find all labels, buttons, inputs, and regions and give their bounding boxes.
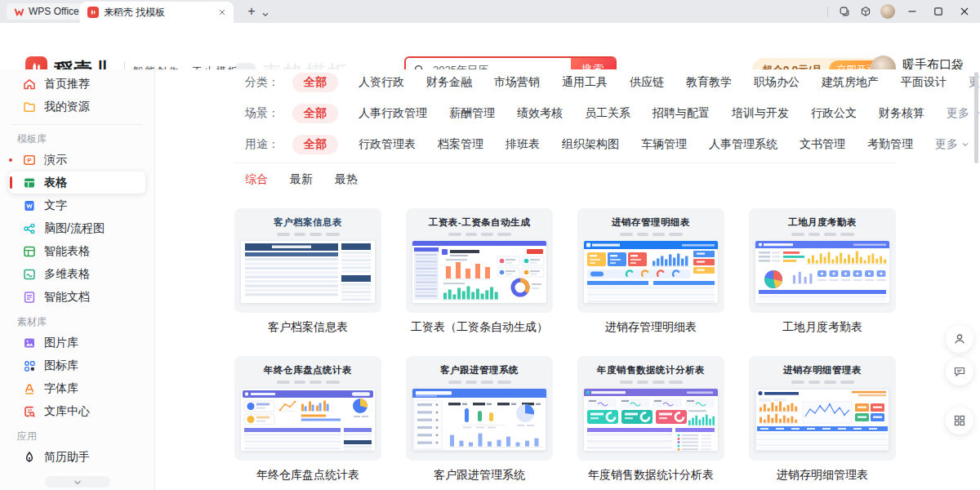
tag-text-bar: [310, 233, 322, 236]
sidebar-item[interactable]: P演示: [9, 149, 145, 171]
new-tab-button[interactable]: +: [243, 3, 260, 20]
sidebar-item-label: 字体库: [44, 381, 78, 396]
close-window-button[interactable]: [952, 0, 977, 23]
tag-text-bar: [448, 233, 461, 236]
filter-option[interactable]: 人事行政管理: [359, 106, 427, 121]
filter-option[interactable]: 行政公文: [811, 106, 857, 121]
filter-option-selected[interactable]: 全部: [292, 135, 338, 154]
filter-option[interactable]: 组织架构图: [562, 137, 619, 152]
filter-option[interactable]: 教育教学: [686, 75, 732, 90]
template-card-caption: 进销存明细管理表: [749, 468, 896, 483]
sidebar-section-label: 素材库: [17, 315, 145, 329]
filter-more[interactable]: 更多: [935, 137, 969, 152]
filter-row: 用途：全部行政管理表档案管理排班表组织架构图车辆管理人事管理系统文书管理考勤管理…: [245, 133, 882, 156]
sidebar-collapse-button[interactable]: [45, 476, 110, 488]
tag-text-bar: [620, 381, 633, 384]
sort-tab[interactable]: 最新: [290, 172, 313, 187]
feedback-chat-float-button[interactable]: [946, 358, 973, 385]
filter-option[interactable]: 薪酬管理: [449, 106, 495, 121]
sidebar-item[interactable]: 简历助手: [9, 446, 145, 468]
filter-option[interactable]: 职场办公: [754, 75, 800, 90]
smart-doc-icon: [23, 291, 36, 304]
template-card[interactable]: 工地月度考勤表: [749, 208, 896, 313]
scrollbar-thumb[interactable]: [974, 72, 978, 163]
tab-bar: WPS Office 来稻壳 找模板 +: [0, 0, 980, 23]
filter-option[interactable]: 人事管理系统: [709, 137, 777, 152]
filter-option[interactable]: 档案管理: [438, 137, 483, 152]
tag-text-bar: [669, 381, 683, 384]
sidebar-divider: [11, 124, 143, 125]
filter-option[interactable]: 建筑房地产: [822, 75, 879, 90]
sidebar-item[interactable]: 智能表格: [9, 240, 145, 262]
filter-option[interactable]: 车辆管理: [641, 137, 687, 152]
multi-sheet-icon: [23, 268, 36, 281]
filter-option[interactable]: 市场营销: [494, 75, 540, 90]
sidebar-item[interactable]: 表格: [9, 172, 145, 194]
tab-docer[interactable]: 来稻壳 找模板: [80, 2, 234, 23]
tab-wps-office[interactable]: WPS Office: [7, 3, 87, 20]
minimize-button[interactable]: [900, 0, 924, 23]
filter-option[interactable]: 培训与开发: [732, 106, 789, 121]
svg-text:P: P: [27, 156, 31, 163]
tag-text-bar: [791, 381, 804, 384]
tab-wps-label: WPS Office: [29, 6, 79, 17]
sidebar-item-label: 脑图/流程图: [44, 221, 105, 236]
sidebar-item-label: 智能文档: [44, 290, 90, 305]
maximize-button[interactable]: [926, 0, 951, 23]
filter-option[interactable]: 通用工具: [562, 75, 608, 90]
mini-apps-grid-float-button[interactable]: [946, 407, 973, 434]
sidebar-item[interactable]: 智能文档: [9, 286, 145, 308]
sidebar-item[interactable]: 文字: [9, 194, 145, 216]
sidebar-item[interactable]: 脑图/流程图: [9, 217, 145, 239]
sidebar-item[interactable]: 图片库: [9, 332, 145, 354]
sidebar-item[interactable]: 我的资源: [9, 96, 145, 118]
sidebar-item[interactable]: 文库中心: [9, 400, 145, 422]
template-card-caption: 工地月度考勤表: [749, 320, 896, 335]
sidebar-item[interactable]: 首页推荐: [9, 73, 145, 95]
sidebar-item-label: 文库中心: [44, 404, 90, 419]
template-card[interactable]: 客户档案信息表: [234, 208, 381, 313]
tag-text-bar: [653, 381, 665, 384]
filter-option[interactable]: 供应链: [630, 75, 664, 90]
close-tab-icon[interactable]: [218, 8, 226, 16]
filter-option[interactable]: 行政管理表: [359, 137, 416, 152]
tag-text-bar: [277, 233, 290, 236]
sidebar-item-label: 演示: [44, 153, 67, 167]
template-card[interactable]: 进销存管理明细表: [577, 208, 724, 313]
sidebar-item[interactable]: 多维表格: [9, 263, 145, 285]
template-card[interactable]: 工资表-工资条自动生成: [406, 208, 553, 313]
filter-option[interactable]: 排班表: [506, 137, 540, 152]
filter-option[interactable]: 绩效考核: [517, 106, 563, 121]
sort-tab[interactable]: 综合: [245, 172, 268, 187]
template-card-title: 工资表-工资条自动生成: [406, 216, 553, 229]
tab-list-chevron-icon[interactable]: [261, 7, 270, 22]
filter-option[interactable]: 财务核算: [879, 106, 924, 121]
sidebar-item[interactable]: 字体库: [9, 377, 145, 399]
template-card[interactable]: 客户跟进管理系统: [406, 356, 553, 461]
tabbar-avatar[interactable]: [880, 4, 895, 19]
filter-option[interactable]: 考勤管理: [867, 137, 913, 152]
template-card[interactable]: 年终仓库盘点统计表: [234, 356, 381, 461]
apps-cube-icon[interactable]: [856, 2, 875, 21]
template-card-title: 进销存管理明细表: [577, 216, 724, 229]
resume-icon: [23, 451, 36, 464]
filter-option[interactable]: 员工关系: [585, 106, 630, 121]
filter-label: 场景：: [245, 106, 279, 121]
template-cell: 进销存管理明细表进销存管理明细表: [577, 208, 724, 335]
profile-float-button[interactable]: [946, 325, 973, 353]
filter-option-selected[interactable]: 全部: [292, 73, 338, 92]
filter-option[interactable]: 文书管理: [800, 137, 845, 152]
sort-tab[interactable]: 最热: [335, 172, 358, 187]
main-scrollbar: [974, 72, 978, 484]
template-card[interactable]: 年度销售数据统计分析表: [577, 356, 724, 461]
multi-window-icon[interactable]: [835, 2, 854, 21]
filter-option-selected[interactable]: 全部: [292, 104, 338, 123]
tag-text-bar: [620, 233, 633, 236]
sidebar-item[interactable]: 图标库: [9, 354, 145, 376]
filter-option[interactable]: 招聘与配置: [653, 106, 710, 121]
filter-option[interactable]: 平面设计: [901, 75, 947, 90]
filter-option[interactable]: 人资行政: [359, 75, 404, 90]
tag-text-bar: [840, 381, 854, 384]
template-card[interactable]: 进销存明细管理表: [749, 356, 896, 461]
filter-option[interactable]: 财务金融: [426, 75, 472, 90]
